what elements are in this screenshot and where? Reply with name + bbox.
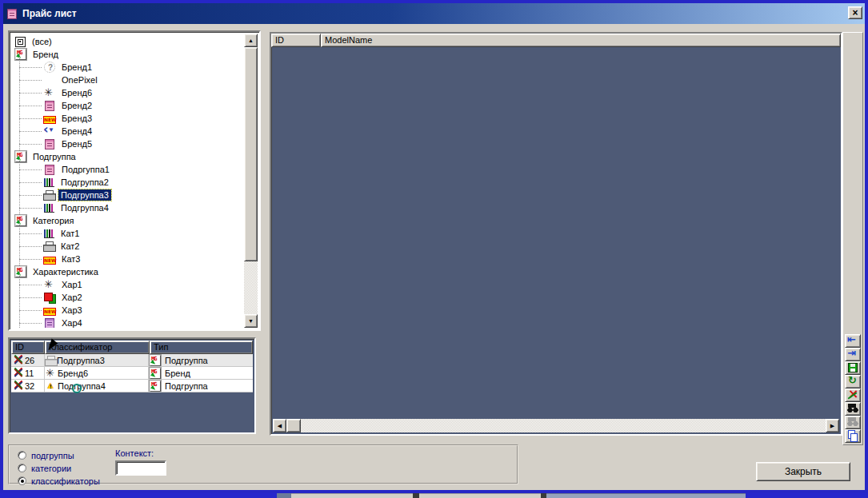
classifier-header-name[interactable]: Классификатор — [45, 341, 150, 354]
notepad-icon — [45, 101, 54, 111]
find-icon — [846, 403, 859, 414]
window-icon — [7, 9, 17, 19]
scrollbar-thumb[interactable] — [286, 419, 301, 432]
tree-item[interactable]: Бренд — [11, 48, 244, 61]
scrollbar-track[interactable] — [286, 419, 826, 432]
model-table-header: ID ModelName — [271, 34, 841, 47]
taskbar-segment[interactable] — [746, 493, 868, 498]
scroll-up-icon[interactable]: ▲ — [244, 34, 258, 47]
snowflake-icon — [43, 278, 56, 291]
context-input[interactable] — [115, 460, 166, 476]
tree-item[interactable]: (все) — [11, 35, 244, 48]
tools-icon — [12, 367, 25, 380]
tree-item[interactable]: Бренд2 — [11, 99, 244, 112]
tree-item[interactable]: Кат1 — [11, 227, 244, 240]
tree-item[interactable]: Подгруппа4 — [11, 201, 244, 214]
table-row[interactable]: 11 Бренд6 Бренд — [11, 367, 253, 380]
tree-item[interactable]: Хар2 — [11, 291, 244, 304]
funnel-icon — [43, 125, 56, 137]
model-horizontal-scrollbar: ◀ ▶ — [273, 419, 839, 432]
close-dialog-button[interactable]: Закрыть — [756, 462, 850, 481]
filter-group: подгруппы категории классификаторы Конте… — [8, 444, 518, 484]
radio-icon[interactable] — [18, 451, 26, 460]
taskbar-segment[interactable] — [0, 493, 277, 498]
classifier-table: ID Классификатор Тип 26 Подгруппа3 Подгр… — [8, 337, 256, 434]
price-list-window: Прайс лист × (все) Бренд Бренд1 OnePixel… — [0, 0, 868, 493]
taskbar-segment[interactable] — [291, 493, 413, 498]
taskbar-segment — [541, 493, 546, 498]
tree-vertical-scrollbar: ▲ ▼ — [244, 34, 258, 328]
screen: Прайс лист × (все) Бренд Бренд1 OnePixel… — [0, 0, 868, 498]
model-table-body — [273, 49, 839, 419]
tree-item[interactable]: Бренд1 — [11, 61, 244, 74]
radio-subgroups[interactable]: подгруппы — [18, 450, 74, 460]
taskbar-segment[interactable] — [546, 493, 746, 498]
tree-item[interactable]: Бренд6 — [11, 86, 244, 99]
radio-icon[interactable] — [18, 464, 26, 472]
tree-item[interactable]: Кат2 — [11, 240, 244, 253]
tree-item[interactable]: Бренд4 — [11, 125, 244, 137]
tree-item[interactable]: Хар3 — [11, 304, 244, 317]
copy-icon — [846, 430, 859, 441]
new-badge-icon — [43, 257, 56, 265]
window-title: Прайс лист — [22, 8, 77, 19]
mg-group-icon — [150, 380, 161, 392]
table-row[interactable]: 26 Подгруппа3 Подгруппа — [11, 354, 253, 367]
scroll-left-icon[interactable]: ◀ — [273, 419, 286, 432]
radio-icon[interactable] — [18, 476, 26, 485]
scrollbar-track[interactable] — [244, 47, 258, 314]
bars-icon — [44, 204, 54, 213]
bars-icon — [44, 229, 54, 238]
tree-item[interactable]: Хар1 — [11, 278, 244, 291]
tree-item[interactable]: Кат3 — [11, 253, 244, 265]
tree-item[interactable]: Хар4 — [11, 317, 244, 328]
refresh-icon — [846, 376, 859, 387]
find-button[interactable] — [845, 402, 861, 416]
delete-button[interactable] — [845, 388, 861, 402]
taskbar-segment[interactable] — [419, 493, 541, 498]
snowflake-icon — [43, 86, 56, 99]
classifier-header-type[interactable]: Тип — [150, 341, 253, 354]
tree-item[interactable]: Характеристика — [11, 265, 244, 278]
model-header-modelname[interactable]: ModelName — [321, 34, 841, 47]
tree-item[interactable]: Подгруппа — [11, 150, 244, 163]
tree-item[interactable]: Категория — [11, 214, 244, 227]
taskbar-segment[interactable] — [277, 493, 291, 498]
scrollbar-thumb[interactable] — [244, 47, 258, 261]
red-square-icon — [43, 291, 56, 304]
all-items-icon — [15, 37, 26, 47]
tree-item-selected[interactable]: Подгруппа3 — [11, 189, 244, 201]
copy-button[interactable] — [845, 429, 861, 443]
taskbar — [0, 493, 868, 498]
mg-group-icon — [150, 368, 161, 379]
tree-item[interactable]: Бренд5 — [11, 137, 244, 150]
save-icon — [848, 363, 858, 373]
tree-item[interactable]: Подгруппа2 — [11, 176, 244, 189]
move-first-button[interactable] — [845, 334, 861, 348]
drag-target-ring-icon — [72, 384, 82, 393]
table-row[interactable]: 32 Подгруппа4 Подгруппа — [11, 380, 253, 392]
scroll-right-icon[interactable]: ▶ — [826, 419, 839, 432]
radio-categories[interactable]: категории — [18, 463, 71, 473]
mg-group-icon — [15, 215, 26, 226]
radio-classifiers[interactable]: классификаторы — [18, 476, 100, 486]
classifier-header-id[interactable]: ID — [11, 341, 45, 354]
find-next-button[interactable] — [845, 416, 861, 429]
printer-icon — [43, 190, 55, 201]
model-header-id[interactable]: ID — [271, 34, 321, 47]
bars-icon — [44, 178, 54, 187]
close-icon[interactable]: × — [848, 6, 862, 19]
classifier-tree: (все) Бренд Бренд1 OnePixel Бренд6 Бренд… — [8, 30, 261, 331]
save-button[interactable] — [845, 361, 861, 375]
find-disabled-icon — [846, 416, 859, 428]
mg-group-icon — [150, 355, 161, 366]
context-label: Контекст: — [115, 448, 154, 458]
titlebar[interactable]: Прайс лист × — [3, 3, 865, 24]
scroll-down-icon[interactable]: ▼ — [244, 314, 258, 328]
notepad-icon — [45, 165, 54, 175]
tree-item[interactable]: OnePixel — [11, 74, 244, 86]
move-last-button[interactable] — [845, 348, 861, 361]
move-first-icon — [846, 335, 859, 346]
tree-item[interactable]: Подргуппа1 — [11, 163, 244, 176]
mg-group-icon — [15, 266, 26, 277]
